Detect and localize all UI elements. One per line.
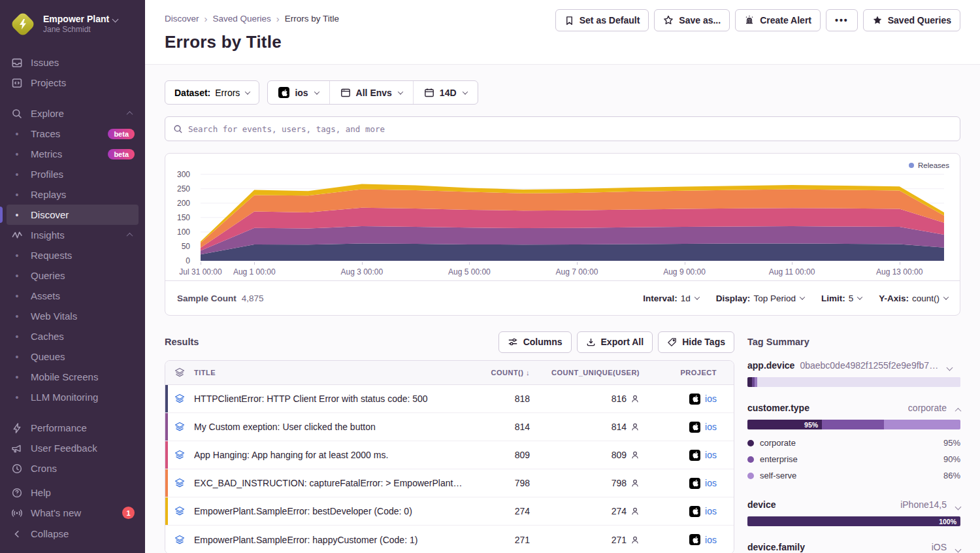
- count-unique-value: 816: [612, 394, 627, 404]
- sidebar-item-issues[interactable]: Issues: [7, 52, 139, 73]
- tag-header[interactable]: device iPhone14,5: [747, 499, 960, 514]
- sidebar-item-requests[interactable]: • Requests: [7, 245, 139, 265]
- sidebar-item-profiles[interactable]: • Profiles: [7, 164, 139, 184]
- breadcrumb-discover[interactable]: Discover: [165, 14, 199, 24]
- sidebar-item-help[interactable]: Help: [7, 482, 139, 503]
- apple-icon: [689, 394, 700, 405]
- more-options-button[interactable]: •••: [826, 9, 858, 31]
- window-icon: [340, 88, 351, 98]
- tag-distribution-bar[interactable]: 95%: [747, 420, 960, 429]
- error-title[interactable]: App Hanging: App hanging for at least 20…: [194, 450, 470, 460]
- set-as-default-button[interactable]: Set as Default: [555, 9, 649, 31]
- project-filter[interactable]: ios: [268, 81, 329, 104]
- sample-count-label: Sample Count: [177, 293, 237, 303]
- sidebar-nav: Issues Projects Explore • Traces beta • …: [0, 46, 145, 544]
- table-row[interactable]: EmpowerPlant.SampleError: bestDeveloper …: [165, 497, 734, 526]
- project-link[interactable]: ios: [705, 478, 717, 488]
- count-value: 809: [470, 450, 532, 460]
- beta-badge: beta: [108, 129, 135, 139]
- sidebar-item-replays[interactable]: • Replays: [7, 184, 139, 205]
- tag-header[interactable]: app.device 0baebc0de4982f1255f2e9e9fb7…: [747, 360, 960, 375]
- search-input[interactable]: [188, 124, 952, 134]
- sidebar-section-explore[interactable]: Explore: [7, 103, 139, 124]
- legend-dot-icon: [747, 473, 754, 479]
- breadcrumb-saved-queries[interactable]: Saved Queries: [213, 14, 271, 24]
- chart-area[interactable]: Releases 050100150200250300 Jul 31 00:00…: [165, 154, 960, 280]
- project-link[interactable]: ios: [705, 535, 717, 545]
- sidebar-item-user-feedback[interactable]: User Feedback: [7, 438, 139, 458]
- sidebar-item-caches[interactable]: • Caches: [7, 326, 139, 346]
- sidebar-item-crons[interactable]: Crons: [7, 458, 139, 478]
- sidebar-item-discover[interactable]: • Discover: [7, 205, 139, 225]
- columns-button[interactable]: Columns: [498, 331, 572, 353]
- dataset-selector[interactable]: Dataset: Errors: [165, 80, 259, 105]
- column-header-title[interactable]: TITLE: [194, 369, 470, 377]
- export-all-button[interactable]: Export All: [577, 331, 653, 353]
- date-range-value: 14D: [440, 88, 457, 98]
- bullet-icon: •: [10, 250, 24, 261]
- sidebar-item-performance[interactable]: Performance: [7, 418, 139, 438]
- chevron-down-icon: [245, 89, 250, 94]
- sidebar-item-web-vitals[interactable]: • Web Vitals: [7, 306, 139, 326]
- button-label: Set as Default: [580, 15, 640, 25]
- sidebar-item-traces[interactable]: • Traces beta: [7, 124, 139, 144]
- apple-icon: [689, 506, 700, 517]
- tag-list-item[interactable]: self-serve 86%: [747, 467, 960, 484]
- error-title[interactable]: EmpowerPlant.SampleError: happyCustomer …: [194, 535, 470, 545]
- breadcrumb-current: Errors by Title: [285, 14, 339, 24]
- interval-dropdown[interactable]: Interval: 1d: [643, 293, 699, 303]
- table-row[interactable]: App Hanging: App hanging for at least 20…: [165, 441, 734, 469]
- sidebar-item-queries[interactable]: • Queries: [7, 265, 139, 286]
- tag-section-device: device iPhone14,5 100%: [747, 499, 960, 526]
- column-header-count[interactable]: COUNT() ↓: [470, 369, 532, 377]
- tag-list-item[interactable]: corporate 95%: [747, 435, 960, 451]
- date-range-filter[interactable]: 14D: [413, 81, 478, 104]
- tag-header[interactable]: customer.type corporate: [747, 403, 960, 417]
- sidebar-item-mobile-screens[interactable]: • Mobile Screens: [7, 367, 139, 387]
- tag-list-item[interactable]: enterprise 90%: [747, 451, 960, 467]
- sidebar-section-insights[interactable]: Insights: [7, 225, 139, 245]
- save-as-button[interactable]: Save as...: [654, 9, 730, 31]
- y-axis-dropdown[interactable]: Y-Axis: count(): [879, 293, 948, 303]
- table-row[interactable]: HTTPClientError: HTTP Client Error with …: [165, 385, 734, 413]
- display-dropdown[interactable]: Display: Top Period: [716, 293, 804, 303]
- sidebar-item-metrics[interactable]: • Metrics beta: [7, 144, 139, 164]
- limit-dropdown[interactable]: Limit: 5: [821, 293, 862, 303]
- column-header-count-unique[interactable]: COUNT_UNIQUE(USER): [532, 369, 657, 377]
- error-title[interactable]: EXC_BAD_INSTRUCTION: captureFatalError: …: [194, 478, 470, 488]
- table-row[interactable]: EmpowerPlant.SampleError: happyCustomer …: [165, 526, 734, 553]
- sidebar-item-projects[interactable]: Projects: [7, 73, 139, 93]
- table-row[interactable]: EXC_BAD_INSTRUCTION: captureFatalError: …: [165, 469, 734, 497]
- column-header-project[interactable]: PROJECT: [657, 369, 734, 377]
- hide-tags-button[interactable]: Hide Tags: [658, 331, 734, 353]
- sidebar-item-assets[interactable]: • Assets: [7, 286, 139, 306]
- stacked-area-chart[interactable]: [201, 163, 944, 261]
- sidebar-item-queues[interactable]: • Queues: [7, 346, 139, 367]
- project-link[interactable]: ios: [705, 422, 717, 432]
- project-link[interactable]: ios: [705, 394, 717, 404]
- control-value: count(): [912, 293, 939, 303]
- error-title[interactable]: My Custom exeption: User clicked the but…: [194, 422, 470, 432]
- tag-distribution-bar[interactable]: [747, 377, 960, 387]
- error-title[interactable]: HTTPClientError: HTTP Client Error with …: [194, 394, 470, 404]
- error-title[interactable]: EmpowerPlant.SampleError: bestDeveloper …: [194, 506, 470, 516]
- project-link[interactable]: ios: [705, 506, 717, 516]
- tag-distribution-bar[interactable]: 100%: [747, 516, 960, 526]
- environment-filter-value: All Envs: [356, 88, 392, 98]
- table-row[interactable]: My Custom exeption: User clicked the but…: [165, 413, 734, 441]
- create-alert-button[interactable]: Create Alert: [735, 9, 821, 31]
- notification-badge: 1: [122, 507, 135, 519]
- bullet-icon: •: [10, 210, 24, 220]
- sidebar-item-llm-monitoring[interactable]: • LLM Monitoring: [7, 387, 139, 407]
- environment-filter[interactable]: All Envs: [329, 81, 413, 104]
- org-switcher[interactable]: Empower Plant Jane Schmidt: [0, 8, 145, 46]
- saved-queries-button[interactable]: Saved Queries: [863, 9, 960, 31]
- sidebar-collapse-button[interactable]: Collapse: [7, 524, 139, 544]
- project-link[interactable]: ios: [705, 450, 717, 460]
- bullet-icon: •: [10, 169, 24, 180]
- breadcrumb-separator: ›: [276, 13, 280, 24]
- tag-header[interactable]: device.family iOS: [747, 542, 960, 553]
- tag-item-percent: 86%: [943, 471, 960, 480]
- chevron-down-icon: [462, 89, 467, 94]
- sidebar-item-whats-new[interactable]: What's new 1: [7, 503, 139, 523]
